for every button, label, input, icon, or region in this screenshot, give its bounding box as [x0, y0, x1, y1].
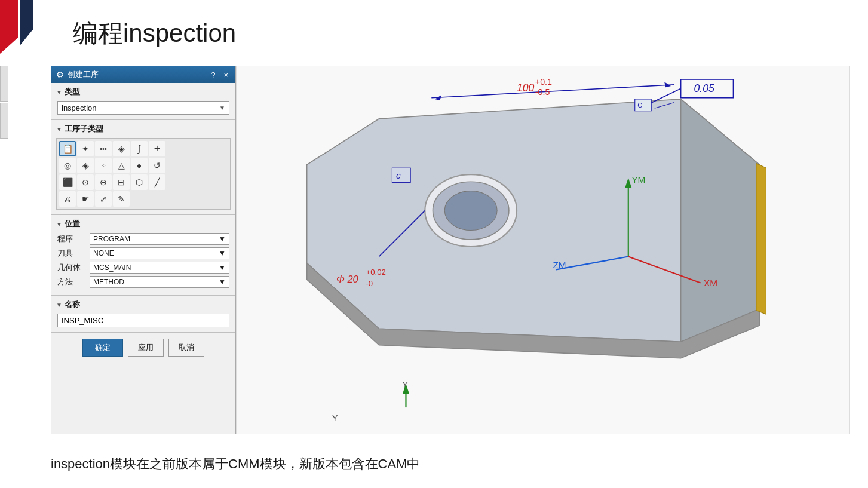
- apply-button[interactable]: 应用: [128, 339, 164, 357]
- name-section: [51, 312, 235, 332]
- logo-dark: [20, 0, 33, 54]
- subtype-icon-circle-fill[interactable]: ●: [131, 158, 148, 173]
- sidebar-tabs: [0, 66, 51, 140]
- position-arrow-icon: ▼: [56, 221, 62, 228]
- tool-dropdown[interactable]: NONE ▼: [90, 247, 229, 259]
- dialog-settings-icon: ⚙: [56, 70, 64, 79]
- program-label: 程序: [57, 234, 86, 244]
- geometry-value: MCS_MAIN: [93, 263, 131, 272]
- svg-text:XM: XM: [704, 278, 717, 288]
- tool-label: 刀具: [57, 248, 86, 259]
- svg-text:+0.1: +0.1: [535, 77, 552, 87]
- title-prefix: 编程: [73, 19, 123, 47]
- svg-line-14: [431, 85, 674, 98]
- svg-text:Φ 20: Φ 20: [336, 274, 359, 284]
- subtype-icon-rotate[interactable]: ↺: [149, 158, 165, 173]
- geometry-dropdown[interactable]: MCS_MAIN ▼: [90, 262, 229, 274]
- logo: [0, 0, 54, 54]
- type-dropdown-arrow-icon: ▼: [219, 105, 225, 111]
- dialog-close-button[interactable]: ×: [221, 70, 231, 79]
- geometry-dropdown-arrow-icon: ▼: [219, 263, 226, 272]
- subtypes-section: 📋 ✦ ••• ◈ ∫ + ◎ ◈ ⁘ △ ● ↺ ⬛ ⊙ ⊖: [51, 137, 235, 214]
- name-section-header: ▼ 名称: [51, 296, 235, 312]
- type-arrow-icon: ▼: [56, 89, 62, 96]
- subtype-icon-hand[interactable]: ☛: [77, 191, 94, 207]
- position-section: 程序 PROGRAM ▼ 刀具 NONE ▼ 几何体 MC: [51, 232, 235, 295]
- subtype-icon-circle-dot[interactable]: ⊙: [77, 174, 94, 190]
- svg-rect-30: [392, 168, 410, 182]
- cad-view-area: ZM YM XM 100 +0.1 -0.5 0.05 C: [236, 66, 850, 434]
- sidebar-tab-1[interactable]: [0, 66, 8, 102]
- subtype-icon-triangle[interactable]: △: [113, 158, 130, 173]
- tool-dropdown-arrow-icon: ▼: [219, 249, 226, 257]
- svg-text:YM: YM: [631, 174, 645, 185]
- subtype-icon-empty-1: [131, 191, 148, 207]
- tool-value: NONE: [93, 249, 114, 257]
- subtype-icon-document[interactable]: 📋: [59, 141, 76, 156]
- subtype-icon-surface[interactable]: ◎: [59, 158, 76, 173]
- field-row-geometry: 几何体 MCS_MAIN ▼: [57, 262, 229, 274]
- svg-point-6: [444, 191, 497, 231]
- y-axis-label: Y: [332, 413, 338, 423]
- method-label: 方法: [57, 277, 86, 287]
- subtype-icon-resize[interactable]: ⤢: [95, 191, 112, 207]
- name-label: 名称: [65, 299, 80, 310]
- sidebar-tab-2[interactable]: [0, 103, 8, 139]
- type-value: inspection: [62, 103, 97, 112]
- svg-text:C: C: [637, 102, 642, 109]
- subtype-icon-oval[interactable]: ⊖: [95, 174, 112, 190]
- create-operation-dialog: ⚙ 创建工序 ? × ▼ 类型 inspection ▼ ▼ 工序子类型: [51, 66, 236, 434]
- subtype-icon-integral[interactable]: ∫: [131, 141, 148, 156]
- dialog-body: ▼ 类型 inspection ▼ ▼ 工序子类型 📋 ✦: [51, 83, 235, 363]
- svg-text:0.05: 0.05: [694, 82, 714, 94]
- position-section-header: ▼ 位置: [51, 215, 235, 232]
- subtype-icon-empty-2: [149, 191, 165, 207]
- subtype-icon-points[interactable]: •••: [95, 141, 112, 156]
- subtype-icon-hex[interactable]: ⬡: [131, 174, 148, 190]
- method-dropdown-arrow-icon: ▼: [219, 278, 226, 286]
- type-section: inspection ▼: [51, 100, 235, 119]
- program-dropdown[interactable]: PROGRAM ▼: [90, 233, 229, 245]
- subtype-icon-slash[interactable]: ╱: [149, 174, 165, 190]
- program-value: PROGRAM: [93, 235, 130, 243]
- subtype-icon-print[interactable]: 🖨: [59, 191, 76, 207]
- subtypes-arrow-icon: ▼: [56, 126, 62, 133]
- field-row-method: 方法 METHOD ▼: [57, 276, 229, 288]
- svg-text:-0: -0: [366, 279, 373, 288]
- subtype-icon-star[interactable]: ✦: [77, 141, 94, 156]
- subtype-icon-edit[interactable]: ✎: [113, 191, 130, 207]
- svg-text:c: c: [396, 170, 401, 180]
- subtypes-label: 工序子类型: [65, 124, 103, 134]
- dialog-title: 创建工序: [68, 69, 205, 80]
- subtypes-section-header: ▼ 工序子类型: [51, 120, 235, 137]
- method-dropdown[interactable]: METHOD ▼: [90, 276, 229, 288]
- svg-marker-1: [681, 99, 760, 342]
- position-label: 位置: [65, 219, 80, 229]
- confirm-button[interactable]: 确定: [82, 339, 123, 357]
- cancel-button[interactable]: 取消: [168, 339, 204, 357]
- title-suffix: inspection: [123, 19, 236, 47]
- subtype-icon-cylinder[interactable]: ⬛: [59, 174, 76, 190]
- method-value: METHOD: [93, 278, 124, 286]
- main-content: ⚙ 创建工序 ? × ▼ 类型 inspection ▼ ▼ 工序子类型: [51, 66, 850, 434]
- subtype-icon-rect-circle[interactable]: ⊟: [113, 174, 130, 190]
- name-input[interactable]: [57, 314, 229, 327]
- field-row-program: 程序 PROGRAM ▼: [57, 233, 229, 245]
- type-label: 类型: [65, 87, 80, 97]
- page-title: 编程inspection: [73, 17, 236, 50]
- subtype-icon-grid: 📋 ✦ ••• ◈ ∫ + ◎ ◈ ⁘ △ ● ↺ ⬛ ⊙ ⊖: [56, 138, 231, 210]
- cad-3d-view: ZM YM XM 100 +0.1 -0.5 0.05 C: [237, 66, 849, 434]
- svg-text:100: 100: [517, 82, 535, 94]
- svg-text:+0.02: +0.02: [366, 268, 385, 277]
- dialog-titlebar: ⚙ 创建工序 ? ×: [51, 66, 235, 83]
- subtype-icon-layers[interactable]: ◈: [77, 158, 94, 173]
- subtype-icon-diamond[interactable]: ◈: [113, 141, 130, 156]
- type-dropdown[interactable]: inspection ▼: [57, 101, 229, 115]
- type-section-header: ▼ 类型: [51, 83, 235, 100]
- subtype-icon-plus[interactable]: +: [149, 141, 165, 156]
- program-dropdown-arrow-icon: ▼: [219, 235, 226, 243]
- logo-red: [0, 0, 18, 54]
- dialog-help-button[interactable]: ?: [208, 70, 217, 79]
- button-bar: 确定 应用 取消: [51, 333, 235, 363]
- subtype-icon-dots[interactable]: ⁘: [95, 158, 112, 173]
